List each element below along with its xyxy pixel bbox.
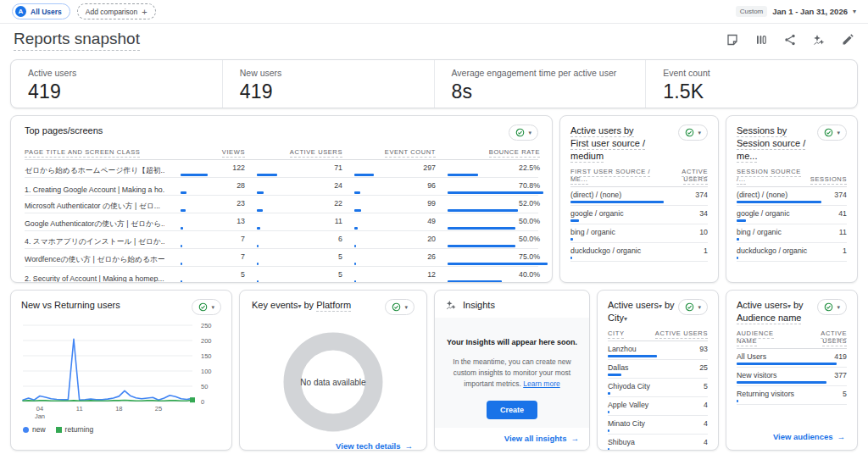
metric-label: Event count	[663, 68, 857, 78]
col-active-users[interactable]: ACTIVE USERS	[245, 148, 342, 156]
no-data-label: No data available	[278, 327, 388, 437]
col-views[interactable]: VIEWS	[169, 148, 245, 156]
data-quality-button[interactable]: ▾	[817, 299, 847, 315]
col-bounce-rate[interactable]: BOUNCE RATE	[436, 148, 540, 156]
data-quality-button[interactable]: ▾	[509, 125, 538, 141]
date-range-picker[interactable]: Custom Jan 1 - Jan 31, 2026 ▾	[736, 6, 856, 17]
cell-value: 70.8%	[519, 181, 540, 190]
card-title[interactable]: Key events▾ by Platform	[252, 299, 351, 312]
metric-value: 419	[28, 80, 222, 103]
dimension-label: Dallas	[608, 363, 628, 372]
cell-value: 24	[334, 181, 342, 190]
col-value[interactable]: ACTIVE USERS	[655, 329, 708, 337]
value-bar	[354, 280, 356, 283]
cell-value: 71	[334, 163, 342, 172]
card-title[interactable]: Sessions by Session source / me...	[737, 125, 817, 163]
view-all-insights-link[interactable]: View all insights→	[504, 434, 579, 443]
value-bar	[737, 400, 738, 402]
page-title: Reports snapshot	[14, 30, 140, 51]
col-value[interactable]: ACTIVE USERS	[795, 329, 847, 345]
cell-value: 4	[704, 438, 708, 446]
value-bar	[257, 191, 264, 194]
cell-value: 374	[695, 191, 708, 199]
bounce-rate-cell: 40.0%	[436, 270, 540, 283]
col-dimension[interactable]: FIRST USER SOURCE / ME...	[570, 168, 660, 183]
col-value[interactable]: ACTIVE USERS	[660, 168, 708, 183]
check-circle-icon	[198, 302, 208, 312]
source-row: bing / organic10	[570, 224, 708, 243]
comparison-icon[interactable]	[754, 33, 768, 47]
cell-value: 11	[335, 217, 342, 225]
view-tech-details-link[interactable]: View tech details→	[336, 441, 413, 451]
col-event-count[interactable]: EVENT COUNT	[342, 148, 436, 156]
dimension-label: Returning visitors	[737, 390, 794, 398]
value-bar	[257, 280, 259, 283]
value-bar	[737, 381, 826, 384]
metric-value: 1.5K	[663, 80, 857, 103]
value-bar	[257, 263, 259, 265]
active-users-cell: 5	[245, 252, 342, 265]
cell-value: 96	[427, 181, 436, 190]
data-quality-button[interactable]: ▾	[192, 299, 221, 315]
col-dimension[interactable]: CITY	[608, 329, 624, 337]
card-title[interactable]: Active users▾ by City▾	[608, 299, 678, 324]
col-page-title[interactable]: PAGE TITLE AND SCREEN CLASS	[25, 148, 169, 156]
data-quality-button[interactable]: ▾	[678, 125, 708, 141]
report-content: Active users 419 New users 419 Average e…	[0, 53, 868, 454]
add-note-icon[interactable]	[726, 33, 739, 47]
learn-more-link[interactable]: Learn more	[523, 379, 559, 388]
cell-value: 13	[236, 217, 245, 225]
cell-value: 26	[427, 252, 436, 261]
card-title[interactable]: Active users by First user source / medi…	[570, 125, 678, 163]
data-quality-button[interactable]: ▾	[817, 125, 847, 141]
metric-value: 8s	[452, 80, 646, 103]
views-cell: 23	[169, 199, 245, 212]
value-bar	[181, 209, 186, 212]
col-value[interactable]: SESSIONS	[810, 175, 847, 183]
active-users-cell: 24	[245, 181, 342, 194]
summary-metrics-card: Active users 419 New users 419 Average e…	[10, 59, 858, 108]
edit-pencil-icon[interactable]	[841, 33, 854, 47]
col-dimension[interactable]: AUDIENCE NAME	[737, 329, 795, 345]
empty-donut-chart: No data available	[278, 327, 388, 437]
add-comparison-chip[interactable]: Add comparison +	[77, 3, 156, 19]
dimension-label: Lanzhou	[608, 345, 637, 353]
value-bar	[257, 245, 259, 247]
data-quality-button[interactable]: ▾	[678, 299, 708, 315]
share-icon[interactable]	[783, 33, 797, 47]
card-title[interactable]: Active users▾ by Audience name	[737, 299, 804, 324]
table-header: SESSION SOURCE /... SESSIONS	[737, 168, 847, 187]
legend-item-new: new	[23, 425, 46, 434]
date-range-text: Jan 1 - Jan 31, 2026	[772, 7, 848, 16]
value-bar	[570, 257, 572, 259]
active-users-cell: 71	[245, 163, 342, 176]
table-row: 4. スマホアプリのインストール | ゼロか...762050.0%	[25, 231, 538, 249]
dimension-label: Shibuya	[608, 438, 635, 446]
check-circle-icon	[515, 128, 525, 137]
chevron-down-icon: ▾	[853, 8, 856, 15]
page-title-cell: 1. Creating Google Account | Making a ho…	[25, 185, 164, 194]
cell-value: 28	[236, 181, 245, 190]
insights-icon[interactable]	[812, 33, 826, 47]
data-quality-button[interactable]: ▾	[385, 299, 415, 315]
cell-value: 25	[699, 363, 708, 372]
audiences-body: All Users419New visitors377Returning vis…	[737, 349, 847, 405]
value-bar	[737, 363, 837, 365]
cell-value: 50.0%	[519, 235, 540, 243]
chevron-down-icon: ▾	[298, 302, 301, 310]
value-bar	[737, 201, 821, 203]
views-cell: 13	[169, 217, 245, 230]
view-audiences-link[interactable]: View audiences→	[773, 432, 845, 441]
create-insight-button[interactable]: Create	[487, 401, 537, 419]
bounce-rate-cell: 70.8%	[436, 181, 540, 194]
all-users-segment-chip[interactable]: A All Users	[12, 3, 70, 19]
svg-text:50: 50	[201, 383, 208, 390]
cell-value: 93	[699, 345, 708, 353]
col-dimension[interactable]: SESSION SOURCE /...	[737, 168, 810, 183]
value-bar	[354, 245, 356, 247]
value-bar	[737, 257, 738, 259]
cell-value: 374	[834, 191, 847, 199]
table-header: AUDIENCE NAME ACTIVE USERS	[737, 329, 847, 349]
value-bar	[448, 227, 515, 230]
check-circle-icon	[685, 128, 694, 137]
